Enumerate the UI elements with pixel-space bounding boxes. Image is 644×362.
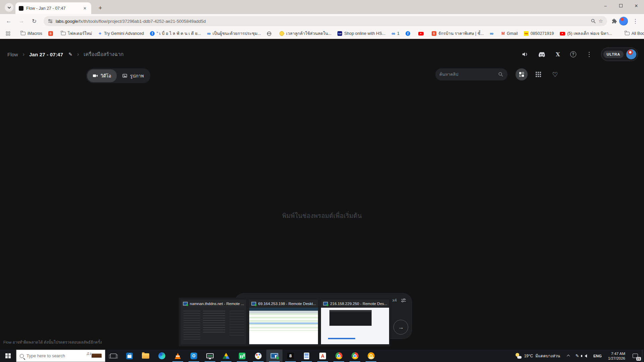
bookmark-facebook-live[interactable]: " เ บื่ อ ไ ล ฟ์ ค น เ ดี ย...: [148, 29, 203, 38]
taskbar-file-explorer-button[interactable]: [138, 350, 154, 362]
bookmark-imacros[interactable]: iMacros: [19, 30, 44, 37]
forward-button[interactable]: →: [16, 16, 27, 26]
tune-sliders-icon[interactable]: [401, 298, 406, 303]
taskbar-vlc-button[interactable]: [170, 350, 186, 362]
tab-video[interactable]: วิดีโอ: [87, 69, 117, 82]
browser-menu-icon[interactable]: ⋮: [630, 16, 641, 26]
new-tab-button[interactable]: +: [96, 4, 105, 12]
preview-window-216-158-229-250[interactable]: 216.158.229.250 - Remote Des...: [321, 300, 389, 344]
taskbar-chrome-2-button[interactable]: [347, 350, 363, 362]
bookmark-meta[interactable]: เป็นผู้ชนะด้วยการประชุม...: [205, 29, 263, 38]
preview-window-69-164-253-198[interactable]: 69.164.253.198 - Remote Deskt...: [249, 300, 318, 344]
bookmark-meta-2[interactable]: [488, 29, 497, 38]
tab-image[interactable]: รูปภาพ: [117, 69, 149, 82]
breadcrumb-project-title[interactable]: Jan 27 - 07:47: [29, 52, 63, 57]
bookmark-lazada[interactable]: Shop online with HS...: [335, 30, 387, 37]
bookmark-globe[interactable]: [265, 31, 275, 37]
bookmark-star-icon[interactable]: ☆: [599, 18, 603, 24]
taskbar-paint-button[interactable]: [250, 350, 266, 362]
taskbar-clock[interactable]: 7:47 AM 1/27/2026: [605, 351, 629, 361]
favorites-heart-button[interactable]: [549, 68, 561, 80]
preview-window-namnan[interactable]: namnan.thddns.net - Remote ...: [181, 300, 246, 344]
window-controls: – ✕: [598, 0, 644, 11]
bookmark-gmail[interactable]: Gmail: [499, 30, 520, 37]
speaker-icon[interactable]: [522, 51, 528, 58]
tab-search-button[interactable]: [5, 3, 13, 12]
bookmark-label: เป็นผู้ชนะด้วยการประชุม...: [213, 30, 261, 37]
task-view-button[interactable]: [105, 350, 121, 362]
bookmark-youtube[interactable]: [416, 31, 428, 37]
taskbar-chrome-button[interactable]: [331, 350, 347, 362]
lens-icon[interactable]: [591, 18, 596, 24]
grid-2x2-view-button[interactable]: [516, 68, 528, 80]
preview-thumbnail[interactable]: [321, 308, 389, 344]
bookmark-meta-1[interactable]: 1: [389, 29, 401, 38]
show-desktop-button[interactable]: [642, 350, 644, 362]
breadcrumb-flow[interactable]: Flow: [7, 52, 18, 57]
preview-thumbnail[interactable]: [249, 308, 318, 344]
account-pill[interactable]: ULTRA: [601, 48, 638, 61]
kebab-menu-icon[interactable]: [586, 51, 592, 58]
hidden-icons-button[interactable]: [564, 350, 573, 362]
submit-arrow-button[interactable]: [393, 320, 408, 335]
taskbar-black-8-app-button[interactable]: [282, 350, 299, 362]
bookmark-youtube-song[interactable]: (5) เพลงเด็ก พ่อเจ นิทา...: [558, 29, 614, 38]
bookmark-new-folder[interactable]: โฟลเดอร์ใหม่: [59, 29, 94, 38]
tab-close-icon[interactable]: ✕: [82, 5, 88, 11]
preview-thumbnail[interactable]: [181, 308, 246, 344]
close-button[interactable]: ✕: [629, 0, 644, 11]
all-bookmarks-button[interactable]: All Bookmarks: [623, 30, 644, 37]
chevron-down-icon: [7, 5, 11, 9]
maximize-button[interactable]: [613, 0, 629, 11]
language-indicator[interactable]: ENG: [590, 354, 605, 358]
volume-icon[interactable]: [582, 350, 590, 362]
taskbar-remote-desktop-button[interactable]: [266, 350, 282, 362]
action-center-button[interactable]: 21: [629, 350, 642, 362]
taskbar-search-input[interactable]: [26, 353, 73, 358]
taskbar-red-a-app-button[interactable]: [315, 350, 331, 362]
taskbar-google-drive-button[interactable]: [218, 350, 234, 362]
browser-tab[interactable]: Flow - Jan 27 - 07:47 ✕: [15, 2, 91, 14]
bookmark-label: 1: [397, 31, 399, 36]
grid-3x3-view-button[interactable]: [532, 68, 544, 80]
output-multiplier[interactable]: x4: [392, 298, 397, 303]
minimize-button[interactable]: –: [598, 0, 613, 11]
windows-ink-icon[interactable]: [573, 350, 582, 362]
search-highlight-piano-art[interactable]: [86, 351, 102, 361]
url-bar[interactable]: labs.google/fx/th/tools/flow/project/372…: [44, 16, 607, 26]
apps-grid-button[interactable]: [4, 31, 12, 37]
empty-state-text: พิมพ์ในช่องพรอมต์เพื่อเริ่มต้น: [0, 210, 644, 221]
extensions-icon[interactable]: [611, 18, 617, 24]
back-button[interactable]: ←: [3, 16, 14, 26]
preview-title: 69.164.253.198 - Remote Deskt...: [258, 302, 316, 306]
help-icon[interactable]: [570, 51, 576, 57]
bookmark-gemini[interactable]: Try Gemini Advanced: [96, 29, 146, 38]
bookmark-facebook[interactable]: [404, 30, 414, 37]
taskbar-blue-document-app-button[interactable]: [299, 350, 315, 362]
x-twitter-icon[interactable]: [556, 51, 560, 58]
shopee-icon: [432, 31, 436, 36]
bookmark-shopee[interactable]: [46, 30, 57, 37]
edit-pencil-icon[interactable]: ✎: [68, 52, 72, 57]
bookmark-yale[interactable]: 0850271919: [522, 30, 556, 37]
user-avatar[interactable]: [626, 49, 636, 59]
start-button[interactable]: [0, 350, 16, 362]
taskbar-outlook-button[interactable]: [186, 350, 202, 362]
taskbar-system-monitor-button[interactable]: [202, 350, 218, 362]
discord-icon[interactable]: [538, 52, 546, 57]
taskbar-green-chart-app-button[interactable]: [234, 350, 250, 362]
clip-search-input[interactable]: ค้นหาคลิป: [435, 68, 507, 80]
taskbar-search-box[interactable]: [16, 350, 105, 362]
bookmark-shopee-bike[interactable]: จักรบ้าน ราคาพิเศษ | ชั้...: [430, 29, 486, 38]
reload-button[interactable]: ↻: [29, 16, 40, 26]
taskbar-chrome-canary-button[interactable]: [363, 350, 379, 362]
edge-icon: [158, 352, 165, 359]
browser-profile-avatar[interactable]: [619, 17, 628, 25]
weather-widget[interactable]: 19°C มีแดดบางส่วน: [512, 350, 564, 362]
taskbar-store-button[interactable]: [121, 350, 138, 362]
site-settings-icon[interactable]: [48, 18, 53, 24]
taskbar-edge-button[interactable]: [154, 350, 170, 362]
bookmark-smiley[interactable]: เวลาลูกค้าใช้ส่วนลดใน...: [277, 29, 333, 38]
remote-desktop-icon: [183, 302, 188, 306]
bookmarks-bar: iMacros โฟลเดอร์ใหม่ Try Gemini Advanced…: [0, 28, 644, 39]
